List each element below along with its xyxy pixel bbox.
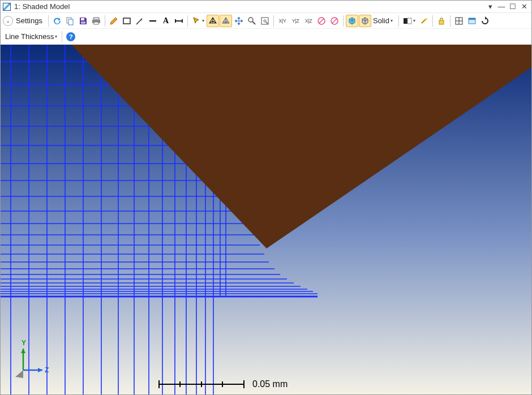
window-title: 1: Shaded Model bbox=[14, 2, 484, 11]
color-button[interactable]: ▾ bbox=[401, 15, 417, 27]
copy-button[interactable] bbox=[64, 15, 76, 27]
save-icon bbox=[79, 16, 88, 25]
separator bbox=[450, 15, 451, 27]
toolbar-row-2: Line Thickness ▾ ? bbox=[1, 29, 531, 45]
svg-line-19 bbox=[319, 19, 324, 23]
cube-shaded-icon bbox=[347, 16, 357, 25]
prohibit-2-button[interactable] bbox=[328, 15, 341, 27]
separator bbox=[343, 15, 344, 27]
separator bbox=[187, 15, 188, 27]
no-symbol-icon bbox=[317, 16, 326, 25]
line-icon bbox=[148, 16, 157, 25]
solid-dropdown[interactable]: Solid ▾ bbox=[372, 16, 396, 25]
triad-y-label: Y bbox=[22, 339, 26, 347]
svg-rect-7 bbox=[123, 18, 130, 24]
separator bbox=[398, 15, 399, 27]
dimension-button[interactable] bbox=[173, 15, 185, 27]
grid-small-button[interactable] bbox=[453, 15, 465, 27]
cube-shaded-button[interactable] bbox=[346, 15, 358, 27]
close-button[interactable]: ✕ bbox=[519, 2, 529, 12]
xz-plane-button[interactable]: X|Z bbox=[302, 15, 315, 27]
zoom-fit-button[interactable] bbox=[259, 15, 271, 27]
xy-icon: X|Y bbox=[279, 18, 286, 24]
chevron-down-icon: ▾ bbox=[55, 34, 57, 39]
expand-toolbar-button[interactable]: ⌄ bbox=[3, 16, 13, 26]
titlebar: 1: Shaded Model ▾ — ☐ ✕ bbox=[1, 1, 531, 13]
mesh-tetra-icon bbox=[208, 16, 217, 25]
yz-plane-button[interactable]: Y|Z bbox=[289, 15, 302, 27]
svg-line-14 bbox=[252, 22, 255, 24]
svg-line-17 bbox=[266, 22, 268, 24]
svg-rect-6 bbox=[94, 22, 98, 24]
no-symbol-icon bbox=[330, 16, 339, 25]
arrow-button[interactable] bbox=[134, 15, 146, 27]
prohibit-1-button[interactable] bbox=[315, 15, 328, 27]
print-button[interactable] bbox=[90, 15, 102, 27]
pencil-button[interactable] bbox=[108, 15, 120, 27]
mesh-view-button[interactable] bbox=[207, 15, 219, 27]
xy-plane-button[interactable]: X|Y bbox=[276, 15, 289, 27]
grid-icon bbox=[454, 16, 464, 25]
shaded-mesh-button[interactable] bbox=[220, 15, 232, 27]
dropdown-arrow-icon[interactable]: ▾ bbox=[485, 2, 495, 12]
svg-line-21 bbox=[332, 19, 337, 23]
svg-rect-25 bbox=[439, 20, 444, 24]
line-thickness-dropdown[interactable]: Line Thickness ▾ bbox=[3, 32, 59, 41]
triad-z-label: Z bbox=[45, 366, 49, 374]
rectangle-icon bbox=[122, 16, 131, 25]
help-button[interactable]: ? bbox=[65, 31, 77, 43]
settings-label[interactable]: Settings bbox=[15, 16, 46, 25]
magnifier-icon bbox=[247, 16, 256, 25]
cube-wire-icon bbox=[361, 16, 370, 25]
app-icon bbox=[3, 3, 11, 11]
window-icon bbox=[467, 16, 477, 25]
svg-point-16 bbox=[264, 20, 266, 22]
separator bbox=[432, 15, 433, 27]
rotate-icon bbox=[480, 16, 490, 25]
viewport-canvas: Y Z 0.05 mm bbox=[1, 45, 531, 394]
svg-rect-1 bbox=[68, 19, 73, 25]
zoom-button[interactable] bbox=[246, 15, 258, 27]
magic-wand-button[interactable] bbox=[418, 15, 430, 27]
svg-rect-23 bbox=[407, 18, 411, 24]
move-button[interactable] bbox=[233, 15, 245, 27]
yz-icon: Y|Z bbox=[292, 18, 299, 24]
svg-rect-22 bbox=[404, 18, 407, 24]
print-icon bbox=[92, 16, 101, 25]
cube-wire-button[interactable] bbox=[359, 15, 371, 27]
chevron-down-icon: ▾ bbox=[202, 18, 204, 23]
separator bbox=[62, 31, 62, 42]
refresh-button[interactable] bbox=[51, 15, 63, 27]
viewport[interactable]: Y Z 0.05 mm bbox=[1, 45, 531, 394]
save-button[interactable] bbox=[77, 15, 89, 27]
lock-icon bbox=[437, 16, 446, 25]
toolbar-row-1: ⌄ Settings A ▾ bbox=[1, 13, 531, 29]
letter-a-icon: A bbox=[163, 16, 169, 25]
shaded-mesh-icon bbox=[221, 16, 230, 25]
refresh-icon bbox=[53, 16, 62, 25]
scalebar-label: 0.05 mm bbox=[252, 379, 288, 389]
svg-rect-4 bbox=[93, 18, 99, 20]
color-swatch-icon bbox=[403, 16, 412, 25]
lock-button[interactable] bbox=[435, 15, 448, 27]
chevron-down-icon: ▾ bbox=[413, 18, 415, 23]
minimize-button[interactable]: — bbox=[496, 2, 507, 12]
separator bbox=[105, 15, 105, 27]
line-thickness-label: Line Thickness bbox=[5, 32, 54, 41]
rectangle-button[interactable] bbox=[121, 15, 133, 27]
window-button[interactable] bbox=[466, 15, 478, 27]
arrow-icon bbox=[135, 16, 144, 25]
cursor-info-button[interactable]: ▾ bbox=[190, 15, 206, 27]
help-icon: ? bbox=[66, 32, 75, 41]
separator bbox=[273, 15, 274, 27]
cursor-icon bbox=[192, 16, 201, 25]
line-button[interactable] bbox=[147, 15, 159, 27]
chevron-down-icon: ▾ bbox=[391, 18, 393, 23]
maximize-button[interactable]: ☐ bbox=[508, 2, 518, 12]
wand-icon bbox=[419, 16, 428, 25]
rotate-button[interactable] bbox=[479, 15, 491, 27]
text-button[interactable]: A bbox=[160, 15, 172, 27]
pencil-icon bbox=[109, 16, 118, 25]
svg-rect-2 bbox=[81, 18, 84, 20]
move-icon bbox=[234, 16, 243, 25]
